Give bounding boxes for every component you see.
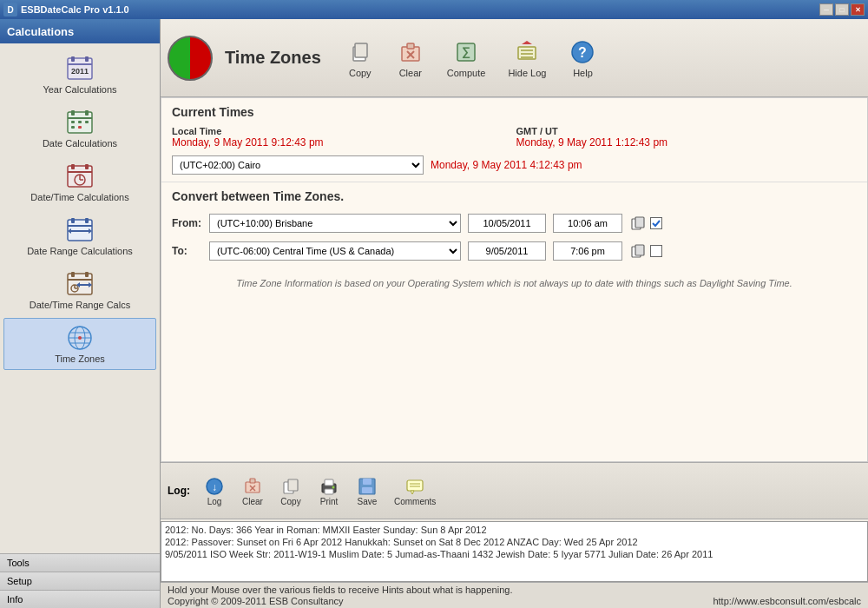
help-label: Help <box>573 68 593 78</box>
svg-rect-74 <box>325 479 333 486</box>
to-checkbox[interactable] <box>650 245 662 257</box>
from-copy-icon[interactable] <box>629 215 647 232</box>
sidebar-bottom-tools[interactable]: Tools <box>0 553 160 572</box>
year-calc-icon: 2011 <box>66 55 94 83</box>
from-checkbox[interactable] <box>650 217 662 229</box>
log-comments-label: Comments <box>394 497 436 506</box>
info-text: Time Zone Information is based on your O… <box>172 278 857 288</box>
from-row: From: (UTC+10:00) Brisbane <box>172 214 857 233</box>
log-area: Log: ↓ Log <box>161 462 868 582</box>
app-logo <box>164 32 216 84</box>
log-clear-button[interactable]: Clear <box>235 473 270 509</box>
svg-rect-64 <box>635 245 644 255</box>
hide-log-label: Hide Log <box>508 68 546 78</box>
svg-rect-26 <box>68 225 92 227</box>
timezone-row: (UTC+02:00) Cairo Monday, 9 May 2011 4:1… <box>172 155 857 175</box>
sidebar-item-time-zones[interactable]: Time Zones <box>3 318 156 370</box>
svg-rect-80 <box>407 480 423 491</box>
sidebar-item-year-label: Year Calculations <box>43 84 116 95</box>
svg-rect-3 <box>71 56 75 62</box>
svg-point-76 <box>332 486 335 488</box>
svg-rect-17 <box>71 164 75 169</box>
log-save-button[interactable]: Save <box>350 473 385 509</box>
copy-icon <box>346 38 374 66</box>
timezone-select[interactable]: (UTC+02:00) Cairo <box>172 155 424 175</box>
log-content[interactable]: 2012: No. Days: 366 Year in Roman: MMXII… <box>161 521 868 582</box>
log-save-label: Save <box>358 497 378 506</box>
sidebar-bottom-info[interactable]: Info <box>0 590 160 608</box>
log-print-icon <box>319 476 339 497</box>
hide-log-button[interactable]: Hide Log <box>500 34 554 83</box>
toolbar-buttons: Copy Clear <box>339 34 605 83</box>
date-calc-icon <box>66 109 94 136</box>
compute-label: Compute <box>447 68 486 78</box>
gmt-value: Monday, 9 May 2011 1:12:43 pm <box>516 136 858 149</box>
svg-rect-68 <box>250 479 255 483</box>
toolbar-title: Time Zones <box>225 48 321 68</box>
window-controls: ─ □ ✕ <box>819 3 865 16</box>
to-row: To: (UTC-06:00) Central Time (US & Canad… <box>172 241 857 261</box>
log-comments-icon <box>404 476 425 497</box>
svg-rect-31 <box>71 272 75 277</box>
from-time-input[interactable] <box>553 214 622 233</box>
log-buttons: ↓ Log <box>197 473 442 509</box>
svg-rect-13 <box>85 121 89 123</box>
log-comments-button[interactable]: Comments <box>388 473 442 509</box>
statusbar: Hold your Mouse over the various fields … <box>161 582 868 608</box>
svg-text:D: D <box>7 5 13 15</box>
local-time-value: Monday, 9 May 2011 9:12:43 pm <box>172 136 513 149</box>
clear-button[interactable]: Clear <box>389 34 432 83</box>
log-print-button[interactable]: Print <box>312 473 346 509</box>
sidebar-item-datetime-range-calcs[interactable]: Date/Time Range Calcs <box>3 264 156 316</box>
gmt-time-col: GMT / UT Monday, 9 May 2011 1:12:43 pm <box>516 126 858 149</box>
sidebar-bottom-setup[interactable]: Setup <box>0 572 160 590</box>
sidebar-item-date-range-calculations[interactable]: Date Range Calculations <box>3 210 156 262</box>
svg-rect-9 <box>85 110 89 116</box>
to-copy-icon[interactable] <box>629 242 647 260</box>
sidebar-item-datetime-label: Date/Time Calculations <box>30 192 128 202</box>
from-tz-select[interactable]: (UTC+10:00) Brisbane <box>209 214 461 233</box>
log-log-icon: ↓ <box>204 476 225 497</box>
content-panel: Current Times Local Time Monday, 9 May 2… <box>161 97 868 462</box>
sidebar-item-date-calculations[interactable]: Date Calculations <box>3 102 156 155</box>
svg-rect-11 <box>71 121 75 123</box>
log-copy-icon <box>280 476 301 497</box>
svg-text:∑: ∑ <box>462 44 470 59</box>
local-time-col: Local Time Monday, 9 May 2011 9:12:43 pm <box>172 126 513 149</box>
svg-rect-75 <box>325 489 333 494</box>
to-label: To: <box>172 245 202 257</box>
current-times-section: Current Times Local Time Monday, 9 May 2… <box>161 98 867 182</box>
minimize-button[interactable]: ─ <box>819 3 833 16</box>
to-time-input[interactable] <box>553 241 622 261</box>
svg-rect-4 <box>85 56 89 62</box>
copy-button[interactable]: Copy <box>339 34 382 83</box>
times-grid: Local Time Monday, 9 May 2011 9:12:43 pm… <box>172 126 857 149</box>
copyright-text: Copyright © 2009-2011 ESB Consultancy <box>168 596 344 606</box>
svg-rect-33 <box>68 279 92 281</box>
log-copy-button[interactable]: Copy <box>273 473 308 509</box>
svg-rect-72 <box>288 479 298 491</box>
from-date-input[interactable] <box>468 214 546 233</box>
log-clear-label: Clear <box>242 497 263 506</box>
log-log-button[interactable]: ↓ Log <box>197 473 232 509</box>
sidebar-item-datetime-calculations[interactable]: Date/Time Calculations <box>3 156 156 208</box>
svg-marker-58 <box>522 41 532 44</box>
datetime-calc-icon <box>66 162 94 190</box>
to-tz-select[interactable]: (UTC-06:00) Central Time (US & Canada) <box>209 241 461 261</box>
svg-rect-8 <box>71 110 75 116</box>
to-date-input[interactable] <box>468 241 546 261</box>
svg-rect-5 <box>68 63 92 65</box>
help-button[interactable]: ? Help <box>561 34 604 83</box>
titlebar: D ESBDateCalc Pro v1.1.0 ─ □ ✕ <box>0 0 868 19</box>
sidebar-item-date-label: Date Calculations <box>43 138 117 149</box>
hide-log-icon <box>513 38 541 66</box>
from-icons <box>629 215 662 232</box>
svg-text:2011: 2011 <box>71 67 89 76</box>
compute-button[interactable]: ∑ Compute <box>439 34 494 83</box>
close-button[interactable]: ✕ <box>851 3 865 16</box>
maximize-button[interactable]: □ <box>835 3 849 16</box>
log-entry-1: 2012: Passover: Sunset on Fri 6 Apr 2012… <box>165 536 864 548</box>
log-copy-label: Copy <box>280 497 300 506</box>
log-log-label: Log <box>207 497 222 506</box>
sidebar-item-year-calculations[interactable]: 2011 Year Calculations <box>3 49 156 101</box>
